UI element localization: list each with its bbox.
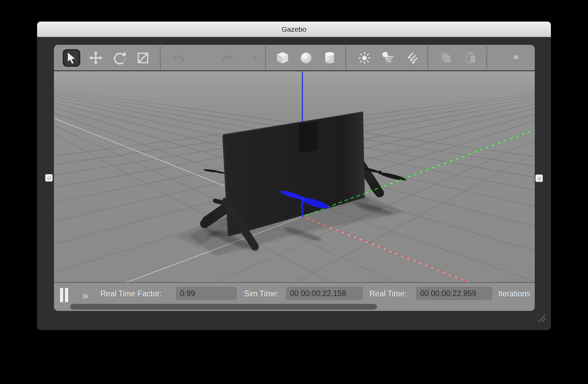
step-button[interactable]: »	[82, 291, 87, 301]
sim-time-field[interactable]: 00 00:00:22.158	[286, 287, 363, 300]
toolbar-overflow-button[interactable]: »	[513, 52, 518, 62]
real-time-field[interactable]: 00 00:00:22.959	[416, 287, 492, 300]
cube-icon	[275, 51, 290, 65]
splitter-grip-icon	[537, 176, 541, 181]
splitter-grip-icon	[47, 176, 51, 180]
insert-box-button[interactable]	[274, 49, 291, 67]
translate-tool-button[interactable]	[87, 49, 105, 67]
scale-arrows-icon	[136, 51, 150, 65]
copy-button[interactable]	[438, 49, 455, 67]
right-splitter-handle[interactable]	[535, 174, 543, 182]
paste-button[interactable]	[463, 49, 480, 67]
left-splitter-handle[interactable]	[45, 174, 53, 182]
undo-arrow-icon	[171, 51, 186, 65]
viewport-3d[interactable]	[54, 72, 535, 282]
resize-grip-icon[interactable]	[537, 314, 547, 323]
sphere-icon	[299, 51, 314, 65]
insert-sphere-button[interactable]	[297, 49, 315, 67]
toolbar: »	[54, 45, 535, 71]
undo-button[interactable]	[170, 49, 187, 67]
real-time-label: Real Time:	[370, 287, 407, 300]
move-arrows-icon	[89, 51, 103, 65]
redo-arrow-icon	[220, 51, 235, 65]
copy-icon	[439, 51, 454, 65]
window-title: Gazebo	[37, 22, 551, 37]
paste-icon	[464, 51, 479, 65]
insert-point-light-button[interactable]	[356, 49, 373, 67]
iterations-label: Iterations	[498, 287, 530, 300]
cursor-arrow-icon	[65, 51, 78, 65]
pause-icon	[65, 288, 68, 302]
wing-elevon	[299, 121, 318, 153]
horizontal-scrollbar-handle[interactable]	[70, 304, 377, 310]
toolbar-separator	[160, 47, 161, 69]
gazebo-window: Gazebo	[37, 22, 551, 330]
toolbar-separator	[345, 47, 346, 69]
real-time-factor-label: Real Time Factor:	[100, 287, 162, 300]
time-panel: » Real Time Factor: 0.99 Sim Time: 00 00…	[54, 282, 535, 311]
redo-button[interactable]	[219, 49, 236, 67]
desktop-background: Gazebo	[0, 0, 588, 384]
select-tool-button[interactable]	[63, 49, 80, 67]
toolbar-separator	[427, 47, 428, 69]
cylinder-icon	[322, 51, 337, 65]
scene-canvas	[54, 72, 535, 282]
undo-history-caret-icon[interactable]	[253, 55, 258, 60]
insert-cylinder-button[interactable]	[321, 49, 339, 67]
sim-time-label: Sim Time:	[244, 287, 278, 300]
real-time-factor-field[interactable]: 0.99	[176, 287, 237, 300]
spot-light-icon	[380, 51, 395, 65]
toolbar-separator	[486, 47, 487, 69]
pause-icon	[60, 288, 63, 302]
insert-directional-light-button[interactable]	[403, 49, 420, 67]
pause-button[interactable]	[60, 288, 70, 302]
point-light-icon	[357, 51, 372, 65]
directional-light-icon	[404, 51, 419, 65]
main-panel: »	[54, 45, 535, 311]
scale-tool-button[interactable]	[134, 49, 152, 67]
rotate-arrows-icon	[113, 51, 127, 65]
toolbar-separator	[265, 47, 266, 69]
rotate-tool-button[interactable]	[111, 49, 128, 67]
insert-spot-light-button[interactable]	[379, 49, 396, 67]
